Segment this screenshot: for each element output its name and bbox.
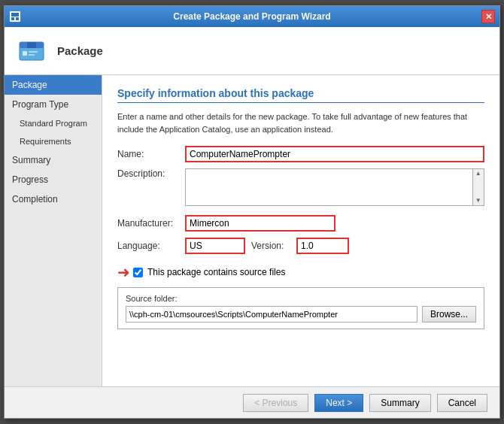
window-body: Package Package Program Type Standard Pr… xyxy=(5,27,499,418)
source-files-label: This package contains source files xyxy=(147,267,285,277)
sidebar: Package Program Type Standard Program Re… xyxy=(5,75,102,386)
description-text: Enter a name and other details for the n… xyxy=(117,111,484,135)
header-area: Package xyxy=(5,27,499,75)
browse-button[interactable]: Browse... xyxy=(422,306,476,323)
sidebar-item-completion[interactable]: Completion xyxy=(5,189,102,209)
content-area: Package Program Type Standard Program Re… xyxy=(5,75,499,386)
source-files-checkbox-row: This package contains source files xyxy=(133,267,285,277)
desc-wrapper: ▲ ▼ xyxy=(185,168,484,206)
version-label: Version: xyxy=(251,241,296,251)
wizard-window: Create Package and Program Wizard ✕ Pack… xyxy=(4,5,500,419)
svg-rect-2 xyxy=(11,17,14,20)
name-input[interactable] xyxy=(185,146,484,162)
svg-rect-3 xyxy=(16,17,19,20)
lang-version-row: Language: Version: xyxy=(117,238,484,254)
footer: < Previous Next > Summary Cancel xyxy=(5,386,499,418)
source-folder-input[interactable] xyxy=(126,306,417,323)
source-folder-label: Source folder: xyxy=(126,294,476,303)
source-folder-row: Browse... xyxy=(126,306,476,323)
window-title: Create Package and Program Wizard xyxy=(23,11,481,22)
cancel-button[interactable]: Cancel xyxy=(437,394,487,412)
scroll-up-icon: ▲ xyxy=(475,169,481,178)
language-input[interactable] xyxy=(185,238,245,254)
manufacturer-input[interactable] xyxy=(185,215,335,232)
sidebar-item-summary[interactable]: Summary xyxy=(5,150,102,170)
scroll-down-icon: ▼ xyxy=(475,196,481,205)
sidebar-item-program-type[interactable]: Program Type xyxy=(5,95,102,114)
manufacturer-row: Manufacturer: xyxy=(117,215,484,232)
checkbox-container: ➜ This package contains source files xyxy=(117,263,484,281)
source-folder-box: Source folder: Browse... xyxy=(117,287,484,329)
name-row: Name: xyxy=(117,146,484,162)
main-content: Specify information about this package E… xyxy=(102,75,499,386)
name-label: Name: xyxy=(117,149,185,159)
svg-rect-7 xyxy=(23,51,27,56)
language-label: Language: xyxy=(117,241,185,251)
source-files-checkbox[interactable] xyxy=(133,268,143,277)
manufacturer-label: Manufacturer: xyxy=(117,218,185,229)
section-title: Specify information about this package xyxy=(117,87,484,103)
window-icon xyxy=(9,11,21,23)
description-row: Description: ▲ ▼ xyxy=(117,168,484,206)
sidebar-item-standard-program[interactable]: Standard Program xyxy=(5,114,102,132)
arrow-indicator-icon: ➜ xyxy=(117,263,130,281)
close-button[interactable]: ✕ xyxy=(481,10,495,23)
sidebar-item-progress[interactable]: Progress xyxy=(5,170,102,189)
svg-rect-6 xyxy=(27,42,36,48)
summary-button[interactable]: Summary xyxy=(369,394,430,412)
version-input[interactable] xyxy=(296,238,349,254)
svg-rect-1 xyxy=(11,13,19,17)
package-icon xyxy=(17,36,47,66)
description-input[interactable] xyxy=(185,168,473,206)
title-bar: Create Package and Program Wizard ✕ xyxy=(5,6,499,27)
sidebar-item-package[interactable]: Package xyxy=(5,75,102,95)
desc-scrollbar: ▲ ▼ xyxy=(473,168,484,206)
desc-label: Description: xyxy=(117,168,185,179)
next-button[interactable]: Next > xyxy=(314,394,363,412)
svg-rect-8 xyxy=(29,51,38,53)
svg-rect-9 xyxy=(29,54,35,56)
header-title: Package xyxy=(57,44,103,57)
sidebar-item-requirements[interactable]: Requirements xyxy=(5,132,102,150)
prev-button[interactable]: < Previous xyxy=(243,394,308,412)
